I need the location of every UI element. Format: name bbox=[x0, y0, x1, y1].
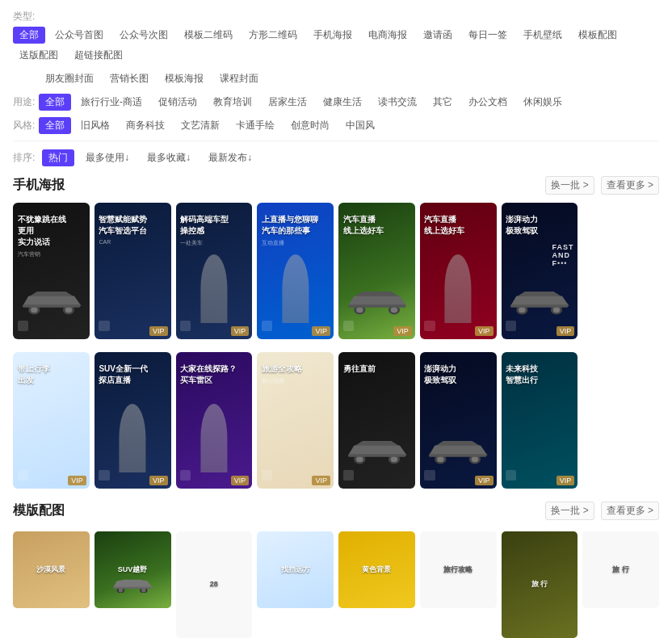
config-next-btn[interactable]: 换一批 > bbox=[545, 502, 594, 520]
phone-poster-card[interactable]: 澎湃动力极致驾驭VIP bbox=[420, 352, 497, 489]
filter-tag-2[interactable]: 模板海报 bbox=[158, 70, 210, 87]
config-card[interactable]: 黄色背景 bbox=[338, 531, 415, 608]
vip-badge: VIP bbox=[149, 326, 168, 336]
config-card[interactable]: 旅行攻略 bbox=[420, 531, 497, 608]
filter-tag-1[interactable]: 公众号首图 bbox=[48, 27, 110, 44]
filter-tag-4[interactable]: 居家生活 bbox=[262, 94, 313, 111]
config-card[interactable]: 旅 行 bbox=[502, 531, 578, 638]
filter-tag-0[interactable]: 全部 bbox=[39, 94, 71, 111]
phone-poster-next-btn[interactable]: 换一批 > bbox=[545, 176, 594, 195]
filter-tag-5[interactable]: 健康生活 bbox=[317, 94, 368, 111]
filter-tag-5[interactable]: 手机海报 bbox=[307, 27, 359, 44]
filter-tag-7[interactable]: 邀请函 bbox=[417, 27, 459, 44]
filter-tag-2[interactable]: 公众号次图 bbox=[113, 27, 174, 44]
vip-badge: VIP bbox=[231, 326, 250, 336]
filter-tag-0[interactable]: 朋友圈封面 bbox=[39, 70, 100, 87]
sort-tag-3[interactable]: 最新发布↓ bbox=[202, 149, 258, 166]
config-card[interactable]: 旅 行 bbox=[582, 531, 659, 608]
phone-poster-card[interactable]: 汽车直播线上选好车VIP bbox=[338, 203, 415, 339]
phone-poster-more-btn[interactable]: 查看更多 > bbox=[601, 176, 659, 195]
config-header: 模版配图 换一批 > 查看更多 > bbox=[13, 502, 659, 520]
filter-tag-6[interactable]: 电商海报 bbox=[362, 27, 414, 44]
config-card[interactable]: 找挡远方 bbox=[257, 531, 334, 608]
svg-rect-4 bbox=[23, 304, 80, 308]
phone-poster-card[interactable]: 带上行李出发VIP bbox=[13, 352, 90, 489]
filter-tag-4[interactable]: 卡通手绘 bbox=[229, 117, 281, 134]
phone-poster-card[interactable]: FASTANDF•••澎湃动力极致驾驭VIP bbox=[502, 203, 578, 339]
svg-point-8 bbox=[390, 307, 397, 313]
filter-tag-0[interactable]: 全部 bbox=[39, 117, 71, 134]
filter-type-row2: 朋友圈封面营销长图模板海报课程封面 bbox=[13, 70, 659, 87]
filter-tag-8[interactable]: 办公文档 bbox=[462, 94, 514, 111]
filter-tag-4[interactable]: 方形二维码 bbox=[242, 27, 304, 44]
svg-point-18 bbox=[390, 456, 397, 462]
svg-rect-14 bbox=[510, 304, 568, 308]
filter-tag-2[interactable]: 商务科技 bbox=[120, 117, 171, 134]
svg-rect-24 bbox=[430, 454, 487, 457]
config-card[interactable]: 28 bbox=[176, 531, 253, 638]
vip-badge: VIP bbox=[231, 476, 250, 485]
filter-type-row1: 类型: 全部公众号首图公众号次图模板二维码方形二维码手机海报电商海报邀请函每日一… bbox=[13, 10, 659, 64]
svg-point-2 bbox=[31, 307, 38, 313]
phone-poster-card[interactable]: 汽车直播线上选好车VIP bbox=[420, 203, 497, 339]
filter-tag-10[interactable]: 模板配图 bbox=[572, 27, 624, 44]
filter-tag-3[interactable]: 课程封面 bbox=[213, 70, 265, 87]
config-card[interactable]: 沙漠风景 bbox=[13, 531, 90, 608]
filter-tag-8[interactable]: 每日一签 bbox=[462, 27, 514, 44]
svg-point-13 bbox=[553, 307, 561, 313]
phone-poster-card[interactable]: 未来科技智慧出行VIP bbox=[502, 352, 578, 489]
filter-tag-7[interactable]: 其它 bbox=[426, 94, 459, 111]
filter-industry-row: 用途: 全部旅行行业-商适促销活动教育培训居家生活健康生活读书交流其它办公文档休… bbox=[13, 94, 659, 111]
vip-badge: VIP bbox=[68, 476, 86, 485]
filter-tag-0[interactable]: 全部 bbox=[13, 27, 45, 44]
filter-tag-12[interactable]: 超链接配图 bbox=[68, 47, 129, 64]
phone-poster-card[interactable]: 旅游全攻略旅行指南VIP bbox=[257, 352, 334, 489]
svg-rect-9 bbox=[348, 304, 405, 308]
sort-tag-0[interactable]: 热门 bbox=[42, 149, 74, 166]
filter-tag-1[interactable]: 旧风格 bbox=[74, 117, 116, 134]
svg-point-7 bbox=[356, 307, 363, 313]
filter-tag-6[interactable]: 读书交流 bbox=[372, 94, 423, 111]
filter-tag-3[interactable]: 教育培训 bbox=[207, 94, 258, 111]
vip-badge: VIP bbox=[393, 326, 412, 336]
filter-tag-3[interactable]: 文艺清新 bbox=[174, 117, 226, 134]
filter-tag-2[interactable]: 促销活动 bbox=[152, 94, 204, 111]
phone-poster-header: 手机海报 换一批 > 查看更多 > bbox=[13, 176, 659, 195]
phone-poster-card[interactable]: 不犹豫跳在线更用实力说话汽车营销 bbox=[13, 203, 90, 339]
phone-poster-row1: 不犹豫跳在线更用实力说话汽车营销智慧赋能赋势汽车智选平台CARVIP解码高端车型… bbox=[13, 203, 659, 339]
phone-poster-card[interactable]: 上直播与您聊聊汽车的那些事互动直播VIP bbox=[257, 203, 334, 339]
svg-point-3 bbox=[65, 307, 72, 313]
filter-style-tags: 全部旧风格商务科技文艺清新卡通手绘创意时尚中国风 bbox=[39, 117, 381, 134]
phone-poster-actions: 换一批 > 查看更多 > bbox=[545, 176, 659, 195]
filter-tag-1[interactable]: 营销长图 bbox=[103, 70, 155, 87]
filter-style-row: 风格: 全部旧风格商务科技文艺清新卡通手绘创意时尚中国风 bbox=[13, 117, 659, 134]
vip-badge: VIP bbox=[149, 476, 168, 485]
sort-tag-1[interactable]: 最多使用↓ bbox=[79, 149, 136, 166]
filter-tag-3[interactable]: 模板二维码 bbox=[178, 27, 239, 44]
filter-type-label: 类型: bbox=[13, 10, 36, 23]
filter-tag-1[interactable]: 旅行行业-商适 bbox=[74, 94, 149, 111]
phone-poster-card[interactable]: SUV全新一代探店直播VIP bbox=[94, 352, 171, 489]
filter-tag-5[interactable]: 创意时尚 bbox=[284, 117, 336, 134]
filter-tag-11[interactable]: 送版配图 bbox=[13, 47, 65, 64]
filter-tag-6[interactable]: 中国风 bbox=[339, 117, 381, 134]
filter-tag-9[interactable]: 手机壁纸 bbox=[517, 27, 569, 44]
vip-badge: VIP bbox=[556, 476, 575, 485]
svg-point-23 bbox=[472, 456, 479, 462]
filter-tag-9[interactable]: 休闲娱乐 bbox=[517, 94, 569, 111]
svg-rect-19 bbox=[348, 454, 405, 457]
phone-poster-row2: 带上行李出发VIPSUV全新一代探店直播VIP大家在线探路？买车雷区VIP旅游全… bbox=[13, 352, 659, 489]
config-more-btn[interactable]: 查看更多 > bbox=[601, 502, 659, 520]
divider1 bbox=[13, 141, 659, 141]
vip-badge: VIP bbox=[312, 476, 330, 485]
config-card[interactable]: SUV越野 bbox=[94, 531, 171, 608]
phone-poster-card[interactable]: 智慧赋能赋势汽车智选平台CARVIP bbox=[94, 203, 171, 339]
phone-poster-card[interactable]: 解码高端车型操控感一处美车VIP bbox=[176, 203, 253, 339]
filter-industry-tags: 全部旅行行业-商适促销活动教育培训居家生活健康生活读书交流其它办公文档休闲娱乐 bbox=[39, 94, 569, 111]
config-actions: 换一批 > 查看更多 > bbox=[545, 502, 659, 520]
sort-tag-2[interactable]: 最多收藏↓ bbox=[141, 149, 197, 166]
phone-poster-card[interactable]: 大家在线探路？买车雷区VIP bbox=[176, 352, 253, 489]
sort-tags: 热门最多使用↓最多收藏↓最新发布↓ bbox=[42, 149, 258, 166]
svg-point-12 bbox=[519, 307, 526, 313]
phone-poster-card[interactable]: 勇往直前 bbox=[338, 352, 415, 489]
